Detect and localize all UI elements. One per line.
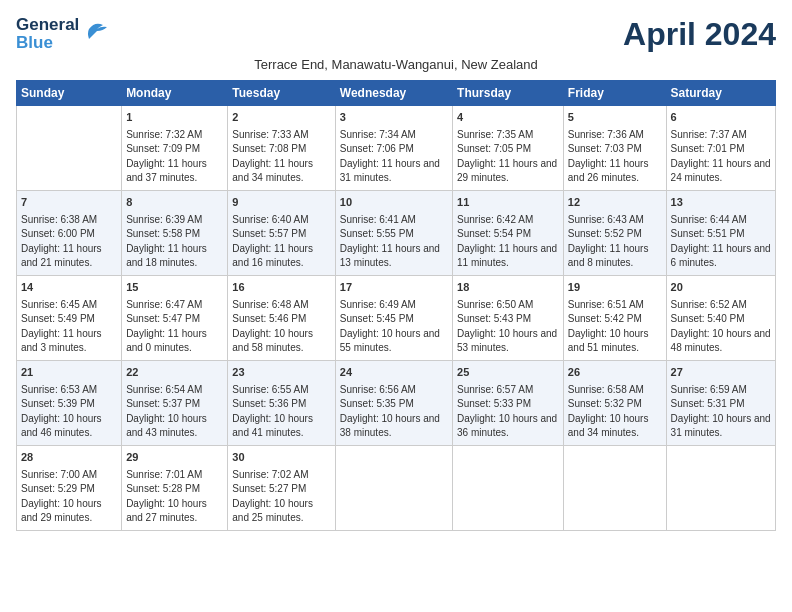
sunset-text: Sunset: 6:00 PM bbox=[21, 228, 95, 239]
daylight-text: Daylight: 10 hours and 55 minutes. bbox=[340, 328, 440, 354]
calendar-cell: 14Sunrise: 6:45 AMSunset: 5:49 PMDayligh… bbox=[17, 276, 122, 361]
calendar-cell: 13Sunrise: 6:44 AMSunset: 5:51 PMDayligh… bbox=[666, 191, 775, 276]
sunset-text: Sunset: 7:06 PM bbox=[340, 143, 414, 154]
calendar-cell: 1Sunrise: 7:32 AMSunset: 7:09 PMDaylight… bbox=[122, 106, 228, 191]
sunrise-text: Sunrise: 6:53 AM bbox=[21, 384, 97, 395]
sunrise-text: Sunrise: 6:56 AM bbox=[340, 384, 416, 395]
sunset-text: Sunset: 7:09 PM bbox=[126, 143, 200, 154]
daylight-text: Daylight: 10 hours and 46 minutes. bbox=[21, 413, 102, 439]
daylight-text: Daylight: 11 hours and 31 minutes. bbox=[340, 158, 440, 184]
daylight-text: Daylight: 10 hours and 31 minutes. bbox=[671, 413, 771, 439]
sunset-text: Sunset: 7:01 PM bbox=[671, 143, 745, 154]
calendar-cell: 4Sunrise: 7:35 AMSunset: 7:05 PMDaylight… bbox=[453, 106, 564, 191]
day-number: 6 bbox=[671, 110, 771, 126]
calendar-cell: 22Sunrise: 6:54 AMSunset: 5:37 PMDayligh… bbox=[122, 361, 228, 446]
daylight-text: Daylight: 10 hours and 43 minutes. bbox=[126, 413, 207, 439]
sunset-text: Sunset: 5:28 PM bbox=[126, 483, 200, 494]
daylight-text: Daylight: 10 hours and 38 minutes. bbox=[340, 413, 440, 439]
calendar-cell: 15Sunrise: 6:47 AMSunset: 5:47 PMDayligh… bbox=[122, 276, 228, 361]
calendar-cell: 5Sunrise: 7:36 AMSunset: 7:03 PMDaylight… bbox=[563, 106, 666, 191]
day-number: 28 bbox=[21, 450, 117, 466]
calendar-cell: 23Sunrise: 6:55 AMSunset: 5:36 PMDayligh… bbox=[228, 361, 335, 446]
daylight-text: Daylight: 11 hours and 6 minutes. bbox=[671, 243, 771, 269]
daylight-text: Daylight: 11 hours and 0 minutes. bbox=[126, 328, 207, 354]
day-number: 17 bbox=[340, 280, 448, 296]
calendar-week-row: 28Sunrise: 7:00 AMSunset: 5:29 PMDayligh… bbox=[17, 446, 776, 531]
sunset-text: Sunset: 5:58 PM bbox=[126, 228, 200, 239]
day-number: 13 bbox=[671, 195, 771, 211]
day-number: 12 bbox=[568, 195, 662, 211]
calendar-cell: 2Sunrise: 7:33 AMSunset: 7:08 PMDaylight… bbox=[228, 106, 335, 191]
sunrise-text: Sunrise: 6:41 AM bbox=[340, 214, 416, 225]
sunrise-text: Sunrise: 7:34 AM bbox=[340, 129, 416, 140]
sunset-text: Sunset: 5:37 PM bbox=[126, 398, 200, 409]
day-number: 29 bbox=[126, 450, 223, 466]
sunset-text: Sunset: 5:46 PM bbox=[232, 313, 306, 324]
sunset-text: Sunset: 5:35 PM bbox=[340, 398, 414, 409]
calendar-cell: 25Sunrise: 6:57 AMSunset: 5:33 PMDayligh… bbox=[453, 361, 564, 446]
calendar-cell bbox=[17, 106, 122, 191]
logo: General Blue bbox=[16, 16, 109, 52]
daylight-text: Daylight: 10 hours and 48 minutes. bbox=[671, 328, 771, 354]
calendar-cell: 29Sunrise: 7:01 AMSunset: 5:28 PMDayligh… bbox=[122, 446, 228, 531]
day-number: 26 bbox=[568, 365, 662, 381]
sunset-text: Sunset: 5:32 PM bbox=[568, 398, 642, 409]
sunrise-text: Sunrise: 6:47 AM bbox=[126, 299, 202, 310]
day-number: 8 bbox=[126, 195, 223, 211]
daylight-text: Daylight: 10 hours and 58 minutes. bbox=[232, 328, 313, 354]
sunset-text: Sunset: 5:52 PM bbox=[568, 228, 642, 239]
day-number: 14 bbox=[21, 280, 117, 296]
day-number: 19 bbox=[568, 280, 662, 296]
calendar-cell bbox=[666, 446, 775, 531]
calendar-cell: 24Sunrise: 6:56 AMSunset: 5:35 PMDayligh… bbox=[335, 361, 452, 446]
logo-bird-icon bbox=[81, 21, 109, 43]
calendar-header-friday: Friday bbox=[563, 81, 666, 106]
month-title: April 2024 bbox=[623, 16, 776, 53]
sunset-text: Sunset: 7:08 PM bbox=[232, 143, 306, 154]
day-number: 20 bbox=[671, 280, 771, 296]
calendar-cell: 27Sunrise: 6:59 AMSunset: 5:31 PMDayligh… bbox=[666, 361, 775, 446]
sunset-text: Sunset: 7:03 PM bbox=[568, 143, 642, 154]
sunset-text: Sunset: 5:57 PM bbox=[232, 228, 306, 239]
daylight-text: Daylight: 11 hours and 37 minutes. bbox=[126, 158, 207, 184]
sunrise-text: Sunrise: 6:57 AM bbox=[457, 384, 533, 395]
logo-line2: Blue bbox=[16, 34, 79, 52]
daylight-text: Daylight: 11 hours and 18 minutes. bbox=[126, 243, 207, 269]
calendar-header-saturday: Saturday bbox=[666, 81, 775, 106]
daylight-text: Daylight: 10 hours and 34 minutes. bbox=[568, 413, 649, 439]
sunset-text: Sunset: 5:55 PM bbox=[340, 228, 414, 239]
sunset-text: Sunset: 5:27 PM bbox=[232, 483, 306, 494]
sunrise-text: Sunrise: 6:55 AM bbox=[232, 384, 308, 395]
daylight-text: Daylight: 11 hours and 16 minutes. bbox=[232, 243, 313, 269]
calendar-week-row: 1Sunrise: 7:32 AMSunset: 7:09 PMDaylight… bbox=[17, 106, 776, 191]
calendar-cell: 7Sunrise: 6:38 AMSunset: 6:00 PMDaylight… bbox=[17, 191, 122, 276]
sunrise-text: Sunrise: 7:33 AM bbox=[232, 129, 308, 140]
daylight-text: Daylight: 10 hours and 41 minutes. bbox=[232, 413, 313, 439]
day-number: 25 bbox=[457, 365, 559, 381]
day-number: 5 bbox=[568, 110, 662, 126]
sunrise-text: Sunrise: 7:00 AM bbox=[21, 469, 97, 480]
calendar-cell bbox=[335, 446, 452, 531]
sunset-text: Sunset: 5:40 PM bbox=[671, 313, 745, 324]
calendar-cell: 11Sunrise: 6:42 AMSunset: 5:54 PMDayligh… bbox=[453, 191, 564, 276]
daylight-text: Daylight: 11 hours and 21 minutes. bbox=[21, 243, 102, 269]
day-number: 15 bbox=[126, 280, 223, 296]
daylight-text: Daylight: 10 hours and 25 minutes. bbox=[232, 498, 313, 524]
calendar-cell: 16Sunrise: 6:48 AMSunset: 5:46 PMDayligh… bbox=[228, 276, 335, 361]
day-number: 24 bbox=[340, 365, 448, 381]
calendar-cell: 21Sunrise: 6:53 AMSunset: 5:39 PMDayligh… bbox=[17, 361, 122, 446]
daylight-text: Daylight: 11 hours and 29 minutes. bbox=[457, 158, 557, 184]
sunset-text: Sunset: 5:33 PM bbox=[457, 398, 531, 409]
sunset-text: Sunset: 7:05 PM bbox=[457, 143, 531, 154]
day-number: 1 bbox=[126, 110, 223, 126]
daylight-text: Daylight: 10 hours and 53 minutes. bbox=[457, 328, 557, 354]
sunrise-text: Sunrise: 6:38 AM bbox=[21, 214, 97, 225]
sunset-text: Sunset: 5:29 PM bbox=[21, 483, 95, 494]
sunset-text: Sunset: 5:42 PM bbox=[568, 313, 642, 324]
sunrise-text: Sunrise: 6:39 AM bbox=[126, 214, 202, 225]
sunset-text: Sunset: 5:49 PM bbox=[21, 313, 95, 324]
calendar-cell bbox=[563, 446, 666, 531]
calendar-cell: 9Sunrise: 6:40 AMSunset: 5:57 PMDaylight… bbox=[228, 191, 335, 276]
sunset-text: Sunset: 5:39 PM bbox=[21, 398, 95, 409]
calendar-header-thursday: Thursday bbox=[453, 81, 564, 106]
